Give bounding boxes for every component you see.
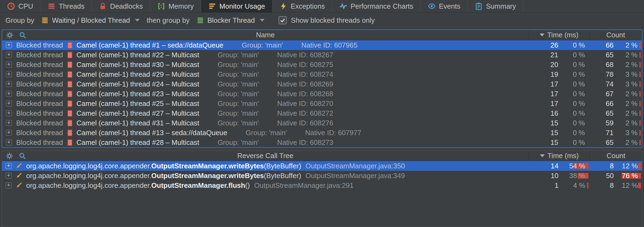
blocked-thread-row[interactable]: Blocked thread Camel (camel-1) thread #2…	[2, 108, 642, 118]
expand-toggle-icon[interactable]	[6, 139, 12, 145]
count-percent-text: 2 %	[625, 51, 638, 59]
expand-toggle-icon[interactable]	[6, 182, 12, 188]
count-percent: 2 %	[616, 41, 642, 49]
tab-exceptions[interactable]: Exceptions	[272, 0, 332, 12]
expand-toggle-icon[interactable]	[6, 101, 12, 106]
tab-cpu[interactable]: CPU	[0, 0, 40, 12]
method-package: org.apache.logging.log4j.core.appender.	[26, 162, 151, 170]
heat-bar	[639, 111, 641, 116]
blocked-thread-icon	[67, 119, 73, 127]
gear-icon[interactable]	[6, 152, 13, 160]
show-blocked-only-checkbox[interactable]	[279, 16, 287, 24]
heat-bar	[639, 91, 641, 97]
secondary-grouping-combo[interactable]: Blocker Thread	[194, 15, 267, 26]
time-column-header[interactable]: Time (ms)	[529, 30, 589, 40]
time-value: 15	[529, 119, 561, 127]
expand-toggle-icon[interactable]	[6, 42, 12, 48]
method-name: OutputStreamManager.writeBytes	[151, 162, 264, 170]
expand-toggle-icon[interactable]	[6, 52, 12, 58]
heat-bar	[639, 72, 641, 77]
heat-bar	[639, 140, 641, 145]
tab-deadlocks[interactable]: Deadlocks	[92, 0, 150, 12]
blocked-thread-icon	[67, 90, 73, 98]
time-column-header[interactable]: Time (ms)	[529, 151, 590, 161]
blocked-thread-row[interactable]: Blocked thread Camel (camel-1) thread #2…	[2, 69, 642, 79]
blocked-thread-row[interactable]: Blocked thread Camel (camel-1) thread #2…	[2, 99, 642, 108]
heat-bar	[639, 130, 641, 136]
expand-toggle-icon[interactable]	[6, 81, 12, 87]
tab-memory[interactable]: Memory	[150, 0, 201, 12]
expand-toggle-icon[interactable]	[6, 91, 12, 97]
tab-performance-charts[interactable]: Performance Charts	[332, 0, 421, 12]
thread-name-cell: Blocked thread Camel (camel-1) thread #2…	[2, 70, 529, 79]
time-percent: 0 %	[561, 51, 589, 59]
tab-label: Performance Charts	[351, 2, 413, 11]
tab-threads[interactable]: Threads	[40, 0, 92, 12]
threads-icon	[47, 2, 56, 10]
expand-toggle-icon[interactable]	[6, 163, 12, 169]
call-tree-title-header[interactable]: Reverse Call Tree	[2, 151, 529, 161]
count-percent-text: 2 %	[625, 99, 638, 108]
search-icon[interactable]	[19, 31, 26, 39]
show-blocked-only-label: Show blocked threads only	[291, 16, 375, 25]
expand-toggle-icon[interactable]	[6, 62, 12, 68]
method-signature: (ByteBuffer)	[264, 162, 301, 170]
tab-events[interactable]: Events	[421, 0, 468, 12]
sort-descending-icon	[540, 34, 544, 36]
tab-label: CPU	[18, 2, 33, 11]
sort-descending-icon	[540, 154, 545, 157]
count-percent-text: 2 %	[625, 119, 638, 127]
blocked-thread-row[interactable]: Blocked thread Camel (camel-1) thread #2…	[2, 79, 642, 89]
call-tree-header: Reverse Call Tree Time (ms) Count	[2, 151, 642, 161]
thread-group: Group: 'main'	[218, 119, 259, 127]
blocked-thread-row[interactable]: Blocked thread Camel (camel-1) thread #2…	[2, 50, 642, 60]
count-value: 59	[589, 119, 616, 127]
group-by-label: Group by	[5, 16, 34, 25]
chevron-down-icon	[135, 19, 140, 22]
thread-native-id: Native ID: 608273	[277, 138, 333, 147]
thread-group: Group: 'main'	[218, 109, 259, 118]
method-name-cell: org.apache.logging.log4j.core.appender.O…	[2, 181, 529, 190]
primary-grouping-combo[interactable]: Waiting / Blocked Thread	[39, 15, 142, 26]
method-name: OutputStreamManager.writeBytes	[151, 172, 264, 180]
time-percent: 0 %	[561, 80, 589, 88]
time-percent-text: 0 %	[573, 99, 585, 108]
count-column-header[interactable]: Count	[590, 151, 642, 161]
blocked-thread-row[interactable]: Blocked thread Camel (camel-1) thread #1…	[2, 40, 642, 50]
gear-icon[interactable]	[6, 31, 13, 39]
expand-toggle-icon[interactable]	[6, 71, 12, 77]
time-percent: 38 %	[561, 172, 590, 180]
time-percent-text: 0 %	[573, 129, 585, 137]
time-percent-text: 54 %	[569, 162, 585, 170]
count-column-header[interactable]: Count	[589, 30, 642, 40]
blocked-thread-row[interactable]: Blocked thread Camel (camel-1) thread #3…	[2, 60, 642, 69]
blocked-thread-row[interactable]: Blocked thread Camel (camel-1) thread #2…	[2, 138, 642, 147]
call-tree-row[interactable]: org.apache.logging.log4j.core.appender.O…	[2, 161, 642, 171]
expand-toggle-icon[interactable]	[6, 130, 12, 136]
tab-bar-spacer	[523, 0, 644, 12]
heat-bar	[639, 101, 641, 106]
method-signature: ()	[245, 181, 250, 190]
tab-monitor-usage[interactable]: Monitor Usage	[201, 0, 272, 12]
thread-native-id: Native ID: 608270	[277, 99, 333, 108]
blocked-thread-icon	[67, 71, 73, 78]
thread-type-label: Blocked thread	[16, 129, 63, 137]
search-icon[interactable]	[19, 152, 26, 160]
time-percent-text: 0 %	[573, 80, 585, 88]
count-value: 66	[589, 41, 616, 49]
count-value: 67	[589, 90, 616, 98]
blocked-thread-row[interactable]: Blocked thread Camel (camel-1) thread #2…	[2, 89, 642, 99]
tab-summary[interactable]: Summary	[468, 0, 523, 12]
expand-toggle-icon[interactable]	[6, 173, 12, 179]
blocked-thread-row[interactable]: Blocked thread Camel (camel-1) thread #1…	[2, 128, 642, 138]
time-percent: 0 %	[561, 61, 589, 69]
count-value: 65	[589, 51, 616, 59]
call-tree-row[interactable]: org.apache.logging.log4j.core.appender.O…	[2, 171, 642, 181]
count-value: 8	[590, 181, 616, 190]
name-column-header[interactable]: Name	[2, 30, 529, 40]
blocked-thread-row[interactable]: Blocked thread Camel (camel-1) thread #3…	[2, 118, 642, 128]
expand-toggle-icon[interactable]	[6, 120, 12, 126]
call-tree-row[interactable]: org.apache.logging.log4j.core.appender.O…	[2, 181, 642, 190]
count-percent-text: 2 %	[625, 109, 638, 117]
expand-toggle-icon[interactable]	[6, 110, 12, 116]
